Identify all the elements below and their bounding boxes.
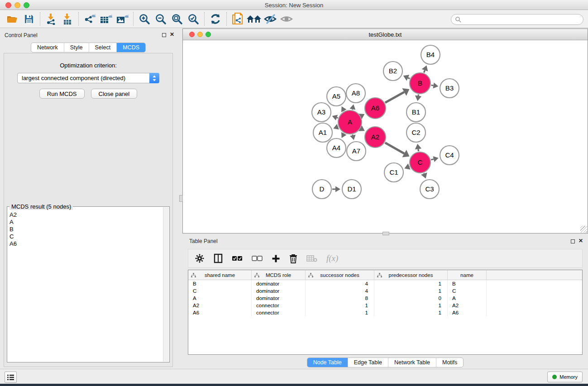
- save-session-icon[interactable]: [21, 12, 37, 26]
- zoom-selected-icon[interactable]: [185, 12, 201, 26]
- function-builder-icon[interactable]: f(x): [326, 253, 338, 263]
- node-B1[interactable]: B1: [406, 103, 425, 122]
- window-resize-grip[interactable]: [580, 226, 587, 233]
- tab-network[interactable]: Network: [31, 43, 64, 52]
- tab-motifs[interactable]: Motifs: [436, 358, 463, 367]
- node-A3[interactable]: A3: [312, 103, 331, 122]
- mcds-result-item[interactable]: A6: [10, 240, 169, 248]
- network-canvas[interactable]: AA1A2A3A4A5A6A7A8BB1B2B3B4CC1C2C3C4DD1: [183, 40, 588, 233]
- mcds-result-item[interactable]: B: [10, 226, 169, 233]
- node-A5[interactable]: A5: [327, 87, 346, 106]
- column-header-successor-nodes[interactable]: successor nodes: [306, 270, 374, 280]
- mcds-result-title: MCDS result (5 nodes): [10, 203, 73, 210]
- table-row[interactable]: Adominator80A: [188, 295, 582, 302]
- edge-A-A3[interactable]: [332, 115, 338, 120]
- float-panel-icon[interactable]: [162, 33, 166, 37]
- zoom-in-icon[interactable]: [136, 12, 153, 26]
- column-header-MCDS-role[interactable]: MCDS role: [252, 270, 306, 280]
- refresh-layout-icon[interactable]: [207, 12, 224, 26]
- export-table-icon[interactable]: [98, 12, 114, 26]
- export-network-icon[interactable]: [81, 12, 98, 26]
- node-D[interactable]: D: [312, 180, 331, 199]
- search-input[interactable]: [451, 14, 583, 25]
- node-C1[interactable]: C1: [384, 163, 403, 182]
- column-header-label: successor nodes: [320, 272, 359, 278]
- table-row[interactable]: A2connector11A2: [188, 302, 582, 309]
- node-B4[interactable]: B4: [421, 45, 440, 64]
- node-A[interactable]: A: [338, 110, 362, 134]
- node-B3[interactable]: B3: [440, 79, 459, 98]
- delete-table-icon[interactable]: [306, 254, 317, 262]
- import-table-icon[interactable]: [59, 12, 76, 26]
- toolbar-separator: [204, 12, 205, 26]
- close-table-panel-icon[interactable]: ✕: [578, 238, 583, 244]
- node-A7[interactable]: A7: [347, 142, 366, 161]
- edge-C-C4[interactable]: [431, 156, 438, 162]
- edge-B-B3[interactable]: [431, 83, 439, 89]
- node-B2[interactable]: B2: [383, 62, 402, 81]
- zoom-out-icon[interactable]: [153, 12, 169, 26]
- canvas-left-scroll-stub[interactable]: [179, 195, 183, 202]
- memory-button[interactable]: Memory: [547, 372, 583, 382]
- edge-A2-C[interactable]: [385, 143, 410, 157]
- tab-style[interactable]: Style: [64, 43, 89, 52]
- close-panel-button[interactable]: Close panel: [91, 89, 138, 99]
- table-options-gear-icon[interactable]: [195, 253, 205, 263]
- hide-graphics-details-icon[interactable]: [262, 12, 278, 26]
- edge-C-C3[interactable]: [421, 172, 427, 178]
- close-panel-icon[interactable]: ✕: [170, 31, 174, 38]
- run-mcds-button[interactable]: Run MCDS: [39, 89, 85, 99]
- node-D1[interactable]: D1: [342, 180, 361, 199]
- node-B[interactable]: B: [410, 73, 430, 94]
- table-row[interactable]: A6connector11A6: [188, 309, 582, 316]
- clone-network-icon[interactable]: [229, 12, 246, 26]
- edge-A6-B[interactable]: [385, 88, 410, 103]
- table-row[interactable]: Cdominator41C: [188, 287, 582, 295]
- add-column-icon[interactable]: [272, 254, 280, 263]
- node-A2[interactable]: A2: [365, 127, 386, 148]
- edge-C-C2[interactable]: [415, 144, 421, 151]
- export-image-icon[interactable]: [114, 12, 130, 26]
- node-A6[interactable]: A6: [365, 98, 386, 119]
- criterion-select[interactable]: largest connected component (directed): [17, 73, 159, 83]
- node-C[interactable]: C: [410, 152, 430, 173]
- mcds-result-item[interactable]: A2: [10, 211, 169, 219]
- node-label: A3: [317, 108, 325, 116]
- table-row[interactable]: Bdominator41B: [188, 280, 582, 287]
- edge-D-D1[interactable]: [332, 186, 340, 192]
- canvas-bottom-scroll-stub[interactable]: [382, 232, 389, 235]
- float-table-panel-icon[interactable]: [571, 239, 575, 243]
- result-scrollbar[interactable]: [163, 207, 169, 362]
- tab-edge-table[interactable]: Edge Table: [348, 358, 388, 367]
- open-file-icon[interactable]: [5, 12, 21, 26]
- zoom-fit-icon[interactable]: [169, 12, 185, 26]
- column-header-name[interactable]: name: [448, 270, 487, 280]
- tab-network-table[interactable]: Network Table: [388, 358, 436, 367]
- import-network-icon[interactable]: [43, 12, 59, 26]
- delete-column-trash-icon[interactable]: [289, 254, 297, 263]
- node-A8[interactable]: A8: [346, 84, 365, 103]
- node-C4[interactable]: C4: [440, 146, 459, 165]
- column-header-shared-name[interactable]: shared name: [188, 270, 252, 280]
- column-panel-icon[interactable]: [214, 253, 223, 263]
- tab-select[interactable]: Select: [89, 43, 117, 52]
- node-A1[interactable]: A1: [313, 123, 332, 142]
- node-C3[interactable]: C3: [420, 180, 439, 199]
- show-graphics-details-icon[interactable]: [278, 12, 295, 26]
- edge-A-A8[interactable]: [349, 104, 355, 110]
- task-history-button[interactable]: [5, 372, 17, 383]
- edge-B-B4[interactable]: [422, 65, 428, 72]
- tab-mcds[interactable]: MCDS: [116, 43, 145, 52]
- tab-node-table[interactable]: Node Table: [307, 358, 348, 367]
- mcds-result-item[interactable]: A: [10, 219, 169, 226]
- clear-selection-icon[interactable]: [252, 255, 263, 262]
- mcds-result-item[interactable]: C: [10, 233, 169, 240]
- column-header-predecessor-nodes[interactable]: predecessor nodes: [374, 270, 448, 280]
- network-overview-houses-icon[interactable]: [246, 12, 262, 26]
- edge-B-B1[interactable]: [415, 95, 421, 101]
- edge-A-A7[interactable]: [350, 134, 356, 140]
- node-A4[interactable]: A4: [327, 138, 346, 157]
- node-C2[interactable]: C2: [406, 123, 425, 142]
- select-all-icon[interactable]: [232, 255, 243, 262]
- edge-B-B2[interactable]: [403, 75, 410, 81]
